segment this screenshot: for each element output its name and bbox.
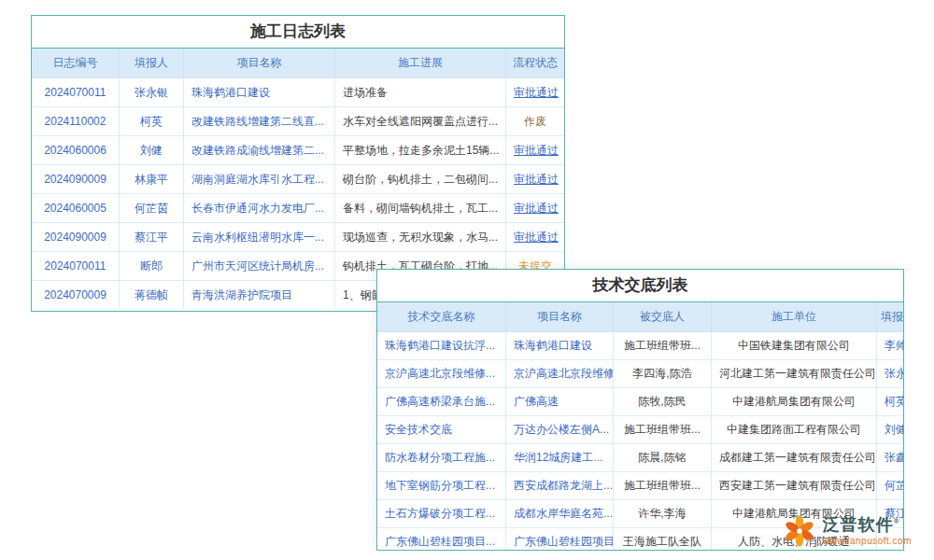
link-cell[interactable]: 2024090009: [32, 223, 120, 252]
link-cell[interactable]: 青海洪湖养护院项目: [184, 281, 335, 310]
link-cell[interactable]: 改建铁路成渝线增建第二...: [184, 136, 335, 165]
link-cell[interactable]: 湖南洞庭湖水库引水工程...: [184, 165, 335, 194]
link-cell[interactable]: 李帅: [877, 332, 904, 360]
column-header: 施工单位: [712, 302, 877, 332]
link-cell[interactable]: 云南水利枢纽潜明水库一...: [184, 223, 335, 252]
text-cell: 陈晨,陈铭: [614, 444, 712, 472]
link-cell[interactable]: 防水卷材分项工程施...: [377, 444, 506, 472]
status-badge[interactable]: 审批通过: [506, 78, 565, 107]
column-header: 被交底人: [614, 302, 712, 332]
table-row[interactable]: 安全技术交底万达办公楼左侧A...施工班组带班...中建集团路面工程有限公司刘健: [377, 416, 903, 444]
link-cell[interactable]: 张永银: [877, 360, 904, 388]
link-cell[interactable]: 华润12城房建工...: [506, 444, 614, 472]
link-cell[interactable]: 京沪高速北京段维修: [506, 360, 614, 388]
table-row[interactable]: 2024090009蔡江平云南水利枢纽潜明水库一...现场巡查，无积水现象，水马…: [32, 223, 564, 252]
link-cell[interactable]: 广东佛山碧桂园项目...: [377, 528, 506, 552]
table-row[interactable]: 2024060005何芷茵长春市伊通河水力发电厂...备料，砌间墙钩机排土，瓦工…: [32, 194, 564, 223]
link-cell[interactable]: 何芷茵: [877, 472, 904, 500]
link-cell[interactable]: 广州市天河区统计局机房...: [184, 252, 335, 281]
fanpu-logo: 泛普软件® www.fanpusoft.com: [782, 513, 912, 549]
text-cell: 李四海,陈浩: [614, 360, 712, 388]
construction-log-panel: 施工日志列表 日志编号填报人项目名称施工进展流程状态2024070011张永银珠…: [31, 15, 565, 312]
text-cell: 中建集团路面工程有限公司: [712, 416, 877, 444]
text-cell: 西安建工第一建筑有限责任公司: [712, 472, 877, 500]
link-cell[interactable]: 广东佛山碧桂园项目: [506, 528, 614, 552]
link-cell[interactable]: 京沪高速北京段维修...: [377, 360, 506, 388]
table-row[interactable]: 防水卷材分项工程施...华润12城房建工...陈晨,陈铭成都建工第一建筑有限责任…: [377, 444, 903, 472]
status-badge[interactable]: 审批通过: [506, 223, 565, 252]
text-cell: 平整场地，拉走多余泥土15辆...: [335, 136, 506, 165]
link-cell[interactable]: 广佛高速: [506, 388, 614, 416]
table-row[interactable]: 2024060006刘健改建铁路成渝线增建第二...平整场地，拉走多余泥土15辆…: [32, 136, 564, 165]
header-row: 日志编号填报人项目名称施工进展流程状态: [32, 49, 564, 78]
tech-disclosure-panel: 技术交底列表 技术交底名称项目名称被交底人施工单位填报人珠海鹤港口建设抗浮...…: [376, 269, 904, 551]
link-cell[interactable]: 广佛高速桥梁承台施...: [377, 388, 506, 416]
link-cell[interactable]: 林康平: [120, 165, 184, 194]
link-cell[interactable]: 2024070011: [32, 252, 120, 281]
link-cell[interactable]: 2024060005: [32, 194, 120, 223]
link-cell[interactable]: 2024060006: [32, 136, 120, 165]
table-row[interactable]: 广佛高速桥梁承台施...广佛高速陈牧,陈民中建港航局集团有限公司柯英: [377, 388, 903, 416]
link-cell[interactable]: 2024070011: [32, 78, 120, 107]
link-cell[interactable]: 张永银: [120, 78, 184, 107]
column-header: 填报人: [120, 49, 184, 78]
link-cell[interactable]: 西安成都路龙湖上...: [506, 472, 614, 500]
text-cell: 砌台阶，钩机排土，二包砌间...: [335, 165, 506, 194]
text-cell: 施工班组带班...: [614, 332, 712, 360]
link-cell[interactable]: 张鑫: [877, 444, 904, 472]
column-header: 技术交底名称: [377, 302, 506, 332]
registered-mark: ®: [894, 517, 900, 525]
link-cell[interactable]: 珠海鹤港口建设抗浮...: [377, 332, 506, 360]
link-cell[interactable]: 何芷茵: [120, 194, 184, 223]
link-cell[interactable]: 刘健: [120, 136, 184, 165]
link-cell[interactable]: 成都水岸华庭名苑...: [506, 500, 614, 528]
status-badge[interactable]: 审批通过: [506, 165, 565, 194]
link-cell[interactable]: 蒋德帧: [120, 281, 184, 310]
link-cell[interactable]: 2024110002: [32, 107, 120, 136]
link-cell[interactable]: 长春市伊通河水力发电厂...: [184, 194, 335, 223]
link-cell[interactable]: 珠海鹤港口建设: [184, 78, 335, 107]
status-badge[interactable]: 作废: [506, 107, 565, 136]
link-cell[interactable]: 柯英: [120, 107, 184, 136]
link-cell[interactable]: 改建铁路线增建第二线直...: [184, 107, 335, 136]
table-row[interactable]: 2024090009林康平湖南洞庭湖水库引水工程...砌台阶，钩机排土，二包砌间…: [32, 165, 564, 194]
column-header: 施工进展: [335, 49, 506, 78]
column-header: 项目名称: [184, 49, 335, 78]
text-cell: 施工班组带班...: [614, 416, 712, 444]
status-badge[interactable]: 审批通过: [506, 136, 565, 165]
link-cell[interactable]: 柯英: [877, 388, 904, 416]
table-row[interactable]: 珠海鹤港口建设抗浮...珠海鹤港口建设施工班组带班...中国铁建集团有限公司李帅: [377, 332, 903, 360]
column-header: 项目名称: [506, 302, 614, 332]
table-row[interactable]: 2024070011张永银珠海鹤港口建设进场准备审批通过: [32, 78, 564, 107]
link-cell[interactable]: 珠海鹤港口建设: [506, 332, 614, 360]
link-cell[interactable]: 地下室钢筋分项工程...: [377, 472, 506, 500]
text-cell: 许华,李海: [614, 500, 712, 528]
column-header: 填报人: [877, 302, 904, 332]
link-cell[interactable]: 2024090009: [32, 165, 120, 194]
link-cell[interactable]: 蔡江平: [120, 223, 184, 252]
text-cell: 王海施工队全队: [614, 528, 712, 552]
construction-log-title: 施工日志列表: [32, 16, 564, 49]
desktop-background: 施工日志列表 日志编号填报人项目名称施工进展流程状态2024070011张永银珠…: [0, 0, 934, 560]
text-cell: 备料，砌间墙钩机排土，瓦工...: [335, 194, 506, 223]
link-cell[interactable]: 断郎: [120, 252, 184, 281]
text-cell: 陈牧,陈民: [614, 388, 712, 416]
text-cell: 水车对全线遮阳网覆盖点进行...: [335, 107, 506, 136]
link-cell[interactable]: 安全技术交底: [377, 416, 506, 444]
text-cell: 施工班组带班...: [614, 472, 712, 500]
text-cell: 成都建工第一建筑有限责任公司: [712, 444, 877, 472]
fanpu-url: www.fanpusoft.com: [823, 536, 912, 546]
table-row[interactable]: 京沪高速北京段维修...京沪高速北京段维修李四海,陈浩河北建工第一建筑有限责任公…: [377, 360, 903, 388]
text-cell: 中建港航局集团有限公司: [712, 388, 877, 416]
link-cell[interactable]: 万达办公楼左侧A...: [506, 416, 614, 444]
tech-disclosure-title: 技术交底列表: [377, 270, 903, 302]
link-cell[interactable]: 2024070009: [32, 281, 120, 310]
table-row[interactable]: 2024110002柯英改建铁路线增建第二线直...水车对全线遮阳网覆盖点进行.…: [32, 107, 564, 136]
status-badge[interactable]: 审批通过: [506, 194, 565, 223]
table-row[interactable]: 地下室钢筋分项工程...西安成都路龙湖上...施工班组带班...西安建工第一建筑…: [377, 472, 903, 500]
link-cell[interactable]: 刘健: [877, 416, 904, 444]
link-cell[interactable]: 土石方爆破分项工程...: [377, 500, 506, 528]
text-cell: 进场准备: [335, 78, 506, 107]
text-cell: 河北建工第一建筑有限责任公司: [712, 360, 877, 388]
text-cell: 现场巡查，无积水现象，水马...: [335, 223, 506, 252]
